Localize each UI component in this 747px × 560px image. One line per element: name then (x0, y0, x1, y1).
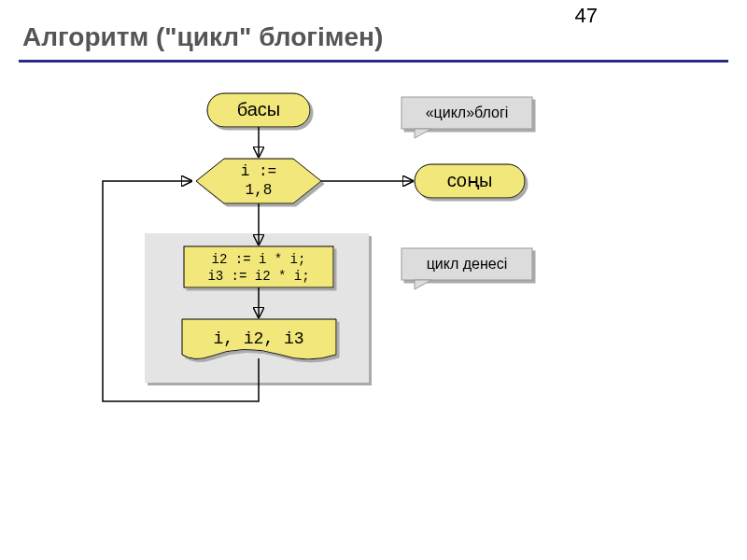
callout-loop-block-label: «цикл»блогі (426, 105, 509, 120)
start-label: басы (237, 99, 281, 119)
flowchart: басы i :=1,8 i2 := i * i; i3 := i2 * i; … (0, 75, 747, 560)
title-rule (19, 60, 728, 63)
output-label: i, i2, i3 (213, 329, 303, 348)
svg-marker-5 (415, 129, 431, 138)
callout-loop-body-label: цикл денесі (427, 256, 508, 272)
body-node: i2 := i * i; i3 := i2 * i; (184, 246, 333, 287)
callout-loop-block: «цикл»блогі (402, 97, 532, 138)
start-node: басы (207, 93, 310, 127)
page-title: Алгоритм ("цикл" блогімен) (22, 22, 383, 52)
callout-loop-body: цикл денесі (402, 248, 532, 289)
end-label: соңы (447, 170, 493, 190)
body-line2: i3 := i2 * i; (207, 269, 309, 284)
svg-marker-7 (415, 280, 431, 289)
end-node: соңы (415, 164, 525, 198)
page-number: 47 (575, 4, 598, 28)
loop-header-node: i :=1,8 (196, 159, 321, 203)
body-line1: i2 := i * i; (212, 252, 306, 267)
